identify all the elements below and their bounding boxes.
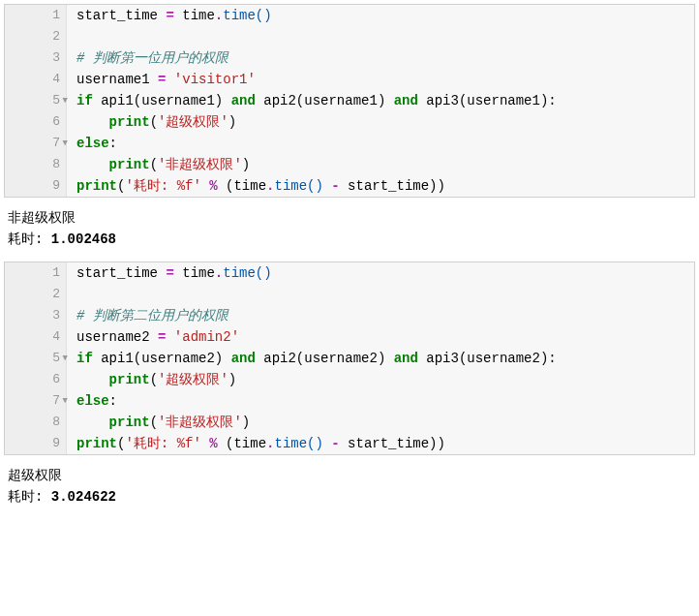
- output-line: 超级权限: [8, 465, 691, 486]
- line-number: 4: [52, 326, 60, 348]
- code-line: 5▼ if api1(username2) and api2(username2…: [5, 348, 694, 369]
- output-cell-1: 非超级权限 耗时: 1.002468: [4, 203, 695, 262]
- gutter: 2: [5, 26, 67, 47]
- fold-icon[interactable]: ▼: [63, 348, 68, 369]
- code-line: 4 username2 = 'admin2': [5, 326, 694, 348]
- code-text[interactable]: # 判断第一位用户的权限: [67, 47, 694, 69]
- code-line: 6 print('超级权限'): [5, 369, 694, 390]
- code-line: 2: [5, 26, 694, 47]
- line-number: 8: [52, 412, 60, 433]
- gutter: 4: [5, 69, 67, 90]
- gutter: 1: [5, 262, 67, 284]
- code-line: 7▼ else:: [5, 390, 694, 412]
- line-number: 1: [52, 5, 60, 26]
- code-text[interactable]: [67, 26, 694, 47]
- gutter: 4: [5, 326, 67, 348]
- gutter: 6: [5, 111, 67, 133]
- gutter: 9: [5, 433, 67, 454]
- line-number: 5: [52, 90, 60, 111]
- line-number: 4: [52, 69, 60, 90]
- gutter: 7▼: [5, 390, 67, 412]
- code-line: 1 start_time = time.time(): [5, 262, 694, 284]
- line-number: 3: [52, 47, 60, 69]
- gutter: 6: [5, 369, 67, 390]
- code-text[interactable]: username2 = 'admin2': [67, 326, 694, 348]
- fold-icon[interactable]: ▼: [63, 133, 68, 154]
- code-line: 7▼ else:: [5, 133, 694, 154]
- line-number: 7: [52, 133, 60, 154]
- gutter: 3: [5, 305, 67, 326]
- code-line: 8 print('非超级权限'): [5, 154, 694, 175]
- line-number: 5: [52, 348, 60, 369]
- gutter: 7▼: [5, 133, 67, 154]
- code-line: 3 # 判断第二位用户的权限: [5, 305, 694, 326]
- code-text[interactable]: if api1(username1) and api2(username1) a…: [67, 90, 694, 111]
- code-line: 6 print('超级权限'): [5, 111, 694, 133]
- code-line: 4 username1 = 'visitor1': [5, 69, 694, 90]
- output-cell-2: 超级权限 耗时: 3.024622: [4, 461, 695, 519]
- gutter: 1: [5, 5, 67, 26]
- code-text[interactable]: print('超级权限'): [67, 111, 694, 133]
- code-text[interactable]: start_time = time.time(): [67, 262, 694, 284]
- code-line: 2: [5, 284, 694, 305]
- code-text[interactable]: print('超级权限'): [67, 369, 694, 390]
- code-text[interactable]: # 判断第二位用户的权限: [67, 305, 694, 326]
- line-number: 9: [52, 175, 60, 197]
- code-text[interactable]: else:: [67, 390, 694, 412]
- fold-icon[interactable]: ▼: [63, 90, 68, 111]
- code-text[interactable]: [67, 284, 694, 305]
- code-text[interactable]: print('非超级权限'): [67, 154, 694, 175]
- line-number: 9: [52, 433, 60, 454]
- line-number: 8: [52, 154, 60, 175]
- gutter: 3: [5, 47, 67, 69]
- line-number: 2: [52, 26, 60, 47]
- gutter: 8: [5, 412, 67, 433]
- code-line: 5▼ if api1(username1) and api2(username1…: [5, 90, 694, 111]
- code-line: 1 start_time = time.time(): [5, 5, 694, 26]
- code-text[interactable]: print('耗时: %f' % (time.time() - start_ti…: [67, 433, 694, 454]
- line-number: 7: [52, 390, 60, 412]
- line-number: 6: [52, 369, 60, 390]
- gutter: 8: [5, 154, 67, 175]
- gutter: 2: [5, 284, 67, 305]
- code-text[interactable]: username1 = 'visitor1': [67, 69, 694, 90]
- gutter: 5▼: [5, 90, 67, 111]
- line-number: 2: [52, 284, 60, 305]
- code-cell-2[interactable]: 1 start_time = time.time() 2 3 # 判断第二位用户…: [4, 262, 695, 455]
- code-text[interactable]: print('耗时: %f' % (time.time() - start_ti…: [67, 175, 694, 197]
- code-line: 8 print('非超级权限'): [5, 412, 694, 433]
- line-number: 3: [52, 305, 60, 326]
- gutter: 9: [5, 175, 67, 197]
- code-text[interactable]: start_time = time.time(): [67, 5, 694, 26]
- code-text[interactable]: else:: [67, 133, 694, 154]
- code-line: 9 print('耗时: %f' % (time.time() - start_…: [5, 433, 694, 454]
- code-cell-1[interactable]: 1 start_time = time.time() 2 3 # 判断第一位用户…: [4, 4, 695, 198]
- code-text[interactable]: print('非超级权限'): [67, 412, 694, 433]
- fold-icon[interactable]: ▼: [63, 390, 68, 412]
- output-line: 耗时: 1.002468: [8, 229, 691, 250]
- gutter: 5▼: [5, 348, 67, 369]
- code-line: 3 # 判断第一位用户的权限: [5, 47, 694, 69]
- line-number: 1: [52, 262, 60, 284]
- output-line: 非超级权限: [8, 207, 691, 229]
- code-line: 9 print('耗时: %f' % (time.time() - start_…: [5, 175, 694, 197]
- code-text[interactable]: if api1(username2) and api2(username2) a…: [67, 348, 694, 369]
- output-line: 耗时: 3.024622: [8, 486, 691, 508]
- line-number: 6: [52, 111, 60, 133]
